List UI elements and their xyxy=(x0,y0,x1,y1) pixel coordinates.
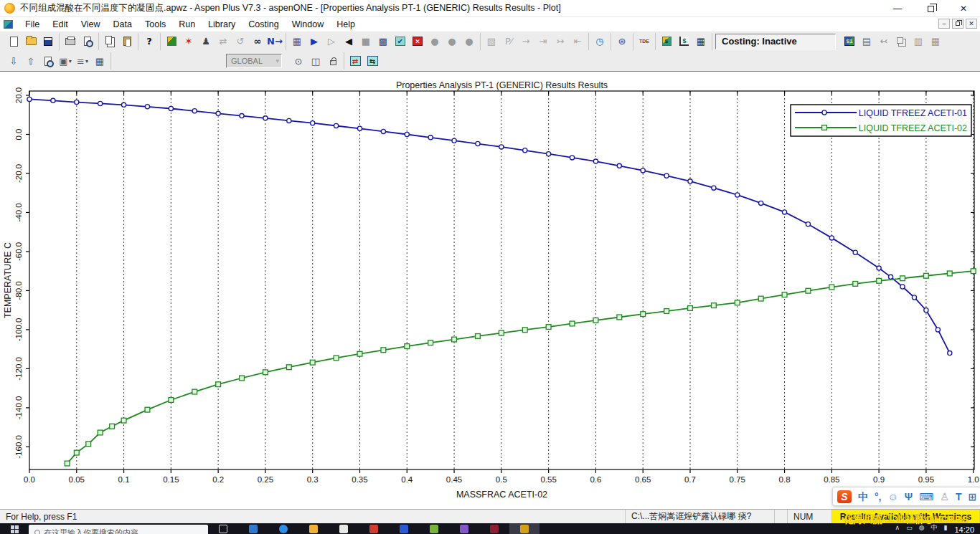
economics-report-button[interactable]: ▤ xyxy=(858,34,875,49)
view-glasses-button[interactable]: ∞ xyxy=(249,34,266,49)
mdi-minimize-button[interactable]: – xyxy=(938,19,950,29)
menu-item-tools[interactable]: Tools xyxy=(138,19,172,30)
svg-text:0.8: 0.8 xyxy=(779,475,791,484)
menu-item-help[interactable]: Help xyxy=(330,19,362,30)
start-button[interactable] xyxy=(0,523,29,534)
taskbar-app-maroon[interactable] xyxy=(479,523,509,534)
paste-button[interactable] xyxy=(118,34,136,49)
step-icon: ▷ xyxy=(328,37,335,46)
costing-options-button[interactable] xyxy=(658,34,675,49)
toolbox-icon[interactable]: ⊞ xyxy=(968,492,976,502)
section-grid-button[interactable]: ▦ xyxy=(91,53,108,69)
run-button[interactable]: ▶ xyxy=(306,34,323,49)
menu-item-window[interactable]: Window xyxy=(286,19,330,30)
next-input-button[interactable]: N→ xyxy=(266,34,283,49)
skin-center-icon[interactable]: T xyxy=(956,492,962,502)
mdi-restore-button[interactable] xyxy=(952,19,963,29)
tray-icon-3[interactable]: 中 xyxy=(931,525,938,531)
flowsheet-tools-button[interactable] xyxy=(163,34,180,49)
whats-this-help-button[interactable]: ? xyxy=(141,34,158,49)
taskbar-app-blue-tiles[interactable] xyxy=(238,523,268,534)
taskbar-word[interactable] xyxy=(389,523,419,534)
azeotrope-search-button[interactable]: ⊛ xyxy=(613,34,631,49)
open-file-button[interactable] xyxy=(22,34,39,49)
stream-share-icon: ↢ xyxy=(880,37,888,46)
input-tools-icon[interactable]: ♙ xyxy=(940,492,949,502)
plot-canvas: Properties Analysis PT-1 (GENERIC) Resul… xyxy=(0,72,980,509)
taskbar-clock[interactable]: 14:20 xyxy=(954,525,974,534)
taskbar-edge-browser[interactable] xyxy=(268,523,298,534)
menu-item-library[interactable]: Library xyxy=(202,19,242,30)
layout-options-button[interactable]: ▣▾ xyxy=(57,53,74,69)
print-preview-button[interactable] xyxy=(79,34,96,49)
tray-icon-1[interactable]: ▭ xyxy=(906,525,913,531)
sync-out-button[interactable] xyxy=(364,53,381,69)
soft-keyboard-icon[interactable]: ⌨ xyxy=(919,492,933,502)
chinese-mode-icon[interactable]: 中 xyxy=(858,492,868,502)
sync-in-button[interactable] xyxy=(347,53,364,69)
regression-wizard-button[interactable]: ♟ xyxy=(197,34,215,49)
status-circle-3-button: ● xyxy=(461,34,478,49)
punctuation-mode-icon[interactable]: °, xyxy=(875,492,882,502)
matrix-button: ▦ xyxy=(927,34,944,49)
data-browser-button[interactable]: ▦ xyxy=(288,34,306,49)
check-results-button[interactable] xyxy=(392,34,409,49)
lock-view-button[interactable] xyxy=(324,53,341,69)
status-circle-2-button: ● xyxy=(443,34,461,49)
menu-item-data[interactable]: Data xyxy=(107,19,138,30)
costing-axis-button[interactable] xyxy=(675,34,692,49)
mdi-window-controls: –✕ xyxy=(938,19,977,29)
svg-text:0.35: 0.35 xyxy=(352,475,367,484)
emoji-picker-icon[interactable]: ☺ xyxy=(888,492,898,502)
preview-pane-button[interactable] xyxy=(39,53,57,69)
tde-view-button[interactable]: TDE xyxy=(636,34,653,49)
zoom-find-button[interactable]: ⊙ xyxy=(290,53,307,69)
rewind-button[interactable]: ◀ xyxy=(340,34,357,49)
status-circle-1-button: ● xyxy=(426,34,443,49)
model-analysis-button[interactable]: ◷ xyxy=(591,34,608,49)
taskbar-app-light[interactable] xyxy=(329,523,359,534)
mdi-close-button[interactable]: ✕ xyxy=(966,19,977,29)
taskbar-app-purple[interactable] xyxy=(449,523,479,534)
export-down-button[interactable]: ⇩ xyxy=(5,53,22,69)
taskbar-search-box[interactable]: 在这里输入你要搜索的内容 xyxy=(29,525,208,534)
new-document-button[interactable] xyxy=(5,34,22,49)
restore-button[interactable] xyxy=(914,0,947,17)
annotation-options-button[interactable]: ≡▾ xyxy=(74,53,91,69)
control-panel-button[interactable]: ▩ xyxy=(374,34,392,49)
tray-icon-0[interactable]: ∧ xyxy=(895,525,900,531)
copy-button[interactable] xyxy=(101,34,118,49)
voice-input-icon[interactable]: Ψ xyxy=(905,492,913,502)
sogou-logo-icon[interactable]: S xyxy=(837,490,852,503)
svg-text:0.55: 0.55 xyxy=(540,475,556,484)
svg-text:-80.0: -80.0 xyxy=(14,281,23,300)
close-button[interactable]: ✕ xyxy=(947,0,980,17)
tray-icon-2[interactable]: ◍ xyxy=(919,525,925,531)
taskbar-file-explorer[interactable] xyxy=(298,523,329,534)
save-button[interactable] xyxy=(39,34,57,49)
import-up-button[interactable]: ⇧ xyxy=(22,53,39,69)
app-light-icon xyxy=(339,525,348,533)
sogou-active-icon xyxy=(520,525,529,533)
print-button[interactable] xyxy=(62,34,79,49)
molecule-structure-button[interactable]: ✶ xyxy=(180,34,197,49)
costing-grid-button[interactable]: ▦ xyxy=(692,34,710,49)
menu-bar: FileEditViewDataToolsRunLibraryCostingWi… xyxy=(0,17,980,31)
object-boxes-button[interactable]: ◫ xyxy=(307,53,324,69)
azeotrope-search-icon: ⊛ xyxy=(618,37,626,46)
taskbar-sogou-active[interactable] xyxy=(509,523,540,534)
reinitialize-button[interactable] xyxy=(409,34,426,49)
menu-item-view[interactable]: View xyxy=(75,19,107,30)
taskbar-app-green[interactable] xyxy=(419,523,449,534)
menu-item-costing[interactable]: Costing xyxy=(242,19,285,30)
sync-in-icon xyxy=(350,56,361,66)
capital-cost-button[interactable] xyxy=(841,34,858,49)
menu-item-run[interactable]: Run xyxy=(172,19,202,30)
tray-icon-4[interactable]: ▮ xyxy=(944,525,948,531)
taskbar-task-view[interactable] xyxy=(208,523,238,534)
menu-item-edit[interactable]: Edit xyxy=(46,19,75,30)
menu-item-file[interactable]: File xyxy=(19,19,46,30)
minimize-button[interactable]: — xyxy=(881,0,914,17)
annotation-options-dropdown-arrow: ▾ xyxy=(85,58,88,65)
taskbar-app-red[interactable] xyxy=(359,523,389,534)
